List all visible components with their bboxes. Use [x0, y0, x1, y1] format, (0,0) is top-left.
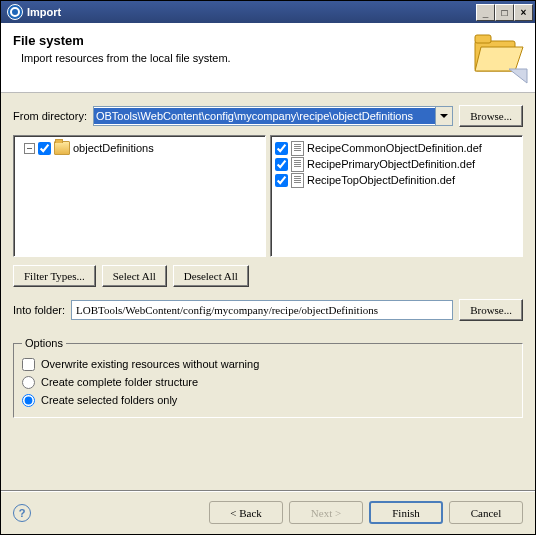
file-item[interactable]: RecipeCommonObjectDefinition.def: [275, 140, 518, 156]
selected-folders-label: Create selected folders only: [41, 394, 177, 406]
browse-from-button[interactable]: Browse...: [459, 105, 523, 127]
into-folder-input[interactable]: [71, 300, 453, 320]
from-directory-combo[interactable]: OBTools\WebContent\config\mycompany\reci…: [93, 106, 453, 126]
selected-folders-radio[interactable]: [22, 394, 35, 407]
title-bar[interactable]: Import _ □ ×: [1, 1, 535, 23]
from-directory-value: OBTools\WebContent\config\mycompany\reci…: [94, 108, 435, 124]
app-icon: [7, 4, 23, 20]
collapse-icon[interactable]: –: [24, 143, 35, 154]
file-item[interactable]: RecipePrimaryObjectDefinition.def: [275, 156, 518, 172]
deselect-all-button[interactable]: Deselect All: [173, 265, 249, 287]
complete-structure-radio[interactable]: [22, 376, 35, 389]
dialog-footer: ? < Back Next > Finish Cancel: [1, 490, 535, 534]
file-list-pane[interactable]: RecipeCommonObjectDefinition.def RecipeP…: [270, 135, 523, 257]
maximize-button[interactable]: □: [495, 4, 514, 21]
window-title: Import: [27, 6, 476, 18]
file-icon: [291, 141, 304, 156]
close-button[interactable]: ×: [514, 4, 533, 21]
overwrite-checkbox[interactable]: [22, 358, 35, 371]
browse-into-button[interactable]: Browse...: [459, 299, 523, 321]
help-icon[interactable]: ?: [13, 504, 31, 522]
folder-icon: [54, 141, 70, 155]
page-subtitle: Import resources from the local file sys…: [21, 52, 523, 64]
file-label: RecipePrimaryObjectDefinition.def: [307, 158, 475, 170]
tree-checkbox-root[interactable]: [38, 142, 51, 155]
overwrite-label: Overwrite existing resources without war…: [41, 358, 259, 370]
header-banner: File system Import resources from the lo…: [1, 23, 535, 93]
file-checkbox[interactable]: [275, 142, 288, 155]
file-checkbox[interactable]: [275, 174, 288, 187]
file-checkbox[interactable]: [275, 158, 288, 171]
svg-rect-1: [475, 35, 491, 43]
import-dialog: Import _ □ × File system Import resource…: [0, 0, 536, 535]
tree-label-root: objectDefinitions: [73, 142, 154, 154]
options-legend: Options: [22, 337, 66, 349]
page-title: File system: [13, 33, 523, 48]
file-label: RecipeTopObjectDefinition.def: [307, 174, 455, 186]
select-all-button[interactable]: Select All: [102, 265, 167, 287]
from-directory-label: From directory:: [13, 110, 87, 122]
back-button[interactable]: < Back: [209, 501, 283, 524]
into-folder-label: Into folder:: [13, 304, 65, 316]
folder-tree-pane[interactable]: – objectDefinitions: [13, 135, 266, 257]
finish-button[interactable]: Finish: [369, 501, 443, 524]
file-item[interactable]: RecipeTopObjectDefinition.def: [275, 172, 518, 188]
chevron-down-icon[interactable]: [435, 107, 452, 125]
tree-item-root[interactable]: – objectDefinitions: [24, 140, 261, 156]
complete-structure-label: Create complete folder structure: [41, 376, 198, 388]
folder-open-icon: [469, 27, 529, 85]
minimize-button[interactable]: _: [476, 4, 495, 21]
cancel-button[interactable]: Cancel: [449, 501, 523, 524]
next-button: Next >: [289, 501, 363, 524]
file-icon: [291, 173, 304, 188]
options-group: Options Overwrite existing resources wit…: [13, 337, 523, 418]
file-icon: [291, 157, 304, 172]
filter-types-button[interactable]: Filter Types...: [13, 265, 96, 287]
file-label: RecipeCommonObjectDefinition.def: [307, 142, 482, 154]
